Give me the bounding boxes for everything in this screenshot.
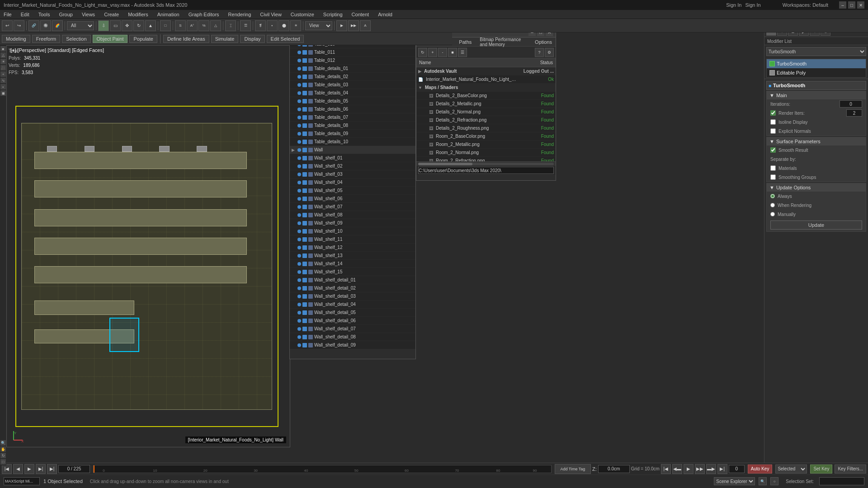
se-render-icon[interactable] <box>308 335 313 339</box>
scale-btn[interactable]: ▲ <box>145 20 156 31</box>
se-list-item[interactable]: Wall_shelf_13 <box>290 252 415 260</box>
se-list-item[interactable]: ▶Wall <box>290 146 415 154</box>
se-visibility-dot[interactable] <box>297 230 301 233</box>
se-visibility-dot[interactable] <box>297 181 301 184</box>
se-render-icon[interactable] <box>308 91 313 95</box>
se-visibility-dot[interactable] <box>297 99 301 103</box>
set-key-btn[interactable]: Set Key <box>810 465 832 474</box>
se-render-icon[interactable] <box>308 302 313 307</box>
se-eye-icon[interactable] <box>302 319 307 323</box>
sign-in-btn[interactable]: Sign In <box>726 2 741 8</box>
select-region-btn[interactable]: ▭ <box>110 20 121 31</box>
se-eye-icon[interactable] <box>302 262 307 266</box>
play-all-btn[interactable]: ▶▶ <box>695 464 705 474</box>
render-btn[interactable]: ▶ <box>336 20 347 31</box>
se-list-item[interactable]: Wall_shelf_detail_04 <box>290 300 415 309</box>
at-list-item[interactable]: 🖼Details_2_Refraction.pngFound <box>416 116 556 124</box>
ts-main-header[interactable]: ▼ Main <box>767 91 866 99</box>
se-list-item[interactable]: Wall_shelf_detail_06 <box>290 317 415 325</box>
at-remove-btn[interactable]: - <box>438 48 447 57</box>
se-visibility-dot[interactable] <box>297 319 301 323</box>
timeline-scrub[interactable]: 0 10 20 30 40 50 60 70 80 90 <box>93 465 552 473</box>
se-render-icon[interactable] <box>308 270 313 274</box>
se-visibility-dot[interactable] <box>297 140 301 144</box>
se-visibility-dot[interactable] <box>297 335 301 339</box>
at-menu-options[interactable]: Options <box>533 39 554 45</box>
ts-iterations-input[interactable] <box>840 100 862 108</box>
menu-content[interactable]: Content <box>350 12 371 17</box>
se-list[interactable]: Table_010 Table_011 Table_012 Table_deta… <box>290 40 415 349</box>
se-visibility-dot[interactable] <box>297 164 301 168</box>
at-list-item[interactable]: ▶Autodesk VaultLogged Out ... <box>416 67 556 75</box>
at-list-item[interactable]: 🖼Room_2_Metallic.pngFound <box>416 141 556 149</box>
menu-arnold[interactable]: Arnold <box>376 12 394 17</box>
object-paint-mode-btn[interactable]: Object Paint <box>93 35 128 43</box>
view-type-dropdown[interactable]: View World Screen <box>305 21 332 30</box>
se-eye-icon[interactable] <box>302 66 307 71</box>
display-btn[interactable]: Display <box>240 35 264 43</box>
se-render-icon[interactable] <box>308 294 313 299</box>
se-eye-icon[interactable] <box>302 286 307 291</box>
se-render-icon[interactable] <box>308 262 313 266</box>
se-visibility-dot[interactable] <box>297 148 301 152</box>
play-anim-btn[interactable]: ▶ <box>684 464 693 474</box>
se-visibility-dot[interactable] <box>297 213 301 217</box>
at-path-input[interactable] <box>418 167 554 174</box>
se-list-item[interactable]: Wall_shelf_08 <box>290 211 415 219</box>
at-list-item[interactable]: 🖼Details_2_Normal.pngFound <box>416 108 556 116</box>
z-input[interactable] <box>598 465 630 473</box>
unlink-btn[interactable]: 🔘 <box>40 20 51 31</box>
percent-snap-btn[interactable]: % <box>198 20 209 31</box>
se-eye-icon[interactable] <box>302 245 307 250</box>
se-visibility-dot[interactable] <box>297 83 301 87</box>
menu-group[interactable]: Group <box>57 12 75 17</box>
se-render-icon[interactable] <box>308 140 313 144</box>
se-render-icon[interactable] <box>308 221 313 225</box>
se-eye-icon[interactable] <box>302 229 307 234</box>
at-list-btn[interactable]: ☰ <box>458 48 467 57</box>
ts-smooth-result-check[interactable] <box>770 147 776 153</box>
se-list-item[interactable]: Wall_shelf_07 <box>290 203 415 211</box>
at-help-btn[interactable]: ? <box>535 48 544 57</box>
se-list-item[interactable]: Wall_shelf_06 <box>290 195 415 203</box>
at-list-item[interactable]: 🖼Details_2_BaseColor.pngFound <box>416 92 556 100</box>
se-render-icon[interactable] <box>308 148 313 152</box>
se-visibility-dot[interactable] <box>297 59 301 62</box>
ts-smoothing-groups-check[interactable] <box>770 174 776 180</box>
se-eye-icon[interactable] <box>302 107 307 112</box>
create-helpers-btn[interactable]: + <box>0 71 6 77</box>
at-icons-btn[interactable]: ■ <box>448 48 457 57</box>
ts-surface-header[interactable]: ▼ Surface Parameters <box>767 137 866 145</box>
se-render-icon[interactable] <box>308 197 313 201</box>
menu-rendering[interactable]: Rendering <box>226 12 253 17</box>
se-eye-icon[interactable] <box>302 253 307 258</box>
render-setup-btn[interactable]: ☀ <box>290 20 301 31</box>
se-render-icon[interactable] <box>308 343 313 347</box>
menu-tools[interactable]: Tools <box>37 12 52 17</box>
se-list-item[interactable]: Wall_shelf_10 <box>290 227 415 235</box>
se-visibility-dot[interactable] <box>297 132 301 136</box>
se-render-icon[interactable] <box>308 188 313 193</box>
menu-file[interactable]: File <box>2 12 14 17</box>
se-eye-icon[interactable] <box>302 180 307 185</box>
prev-frame-btn[interactable]: ◀ <box>13 464 23 474</box>
rotate-btn[interactable]: ↻ <box>133 20 144 31</box>
se-eye-icon[interactable] <box>302 172 307 177</box>
se-render-icon[interactable] <box>308 310 313 315</box>
at-list-item[interactable]: 🖼Details_2_Roughness.pngFound <box>416 124 556 132</box>
se-list-item[interactable]: Wall_shelf_detail_09 <box>290 341 415 349</box>
arc-rotate-btn[interactable]: ↻ <box>0 453 6 458</box>
se-list-item[interactable]: Table_details_02 <box>290 73 415 81</box>
zoom-btn[interactable]: 🔍 <box>0 440 6 446</box>
se-list-item[interactable]: Table_details_01 <box>290 65 415 73</box>
redo-btn[interactable]: ↪ <box>14 20 24 31</box>
menu-scripting[interactable]: Scripting <box>321 12 344 17</box>
se-render-icon[interactable] <box>308 66 313 71</box>
frame-input-right[interactable] <box>729 465 745 473</box>
se-eye-icon[interactable] <box>302 75 307 79</box>
select-object-btn[interactable]: ⇩ <box>98 20 109 31</box>
menu-edit[interactable]: Edit <box>19 12 31 17</box>
layer-manager-btn[interactable]: ☰ <box>240 20 251 31</box>
key-filters-btn[interactable]: Key Filters... <box>835 465 866 474</box>
se-eye-icon[interactable] <box>302 99 307 103</box>
